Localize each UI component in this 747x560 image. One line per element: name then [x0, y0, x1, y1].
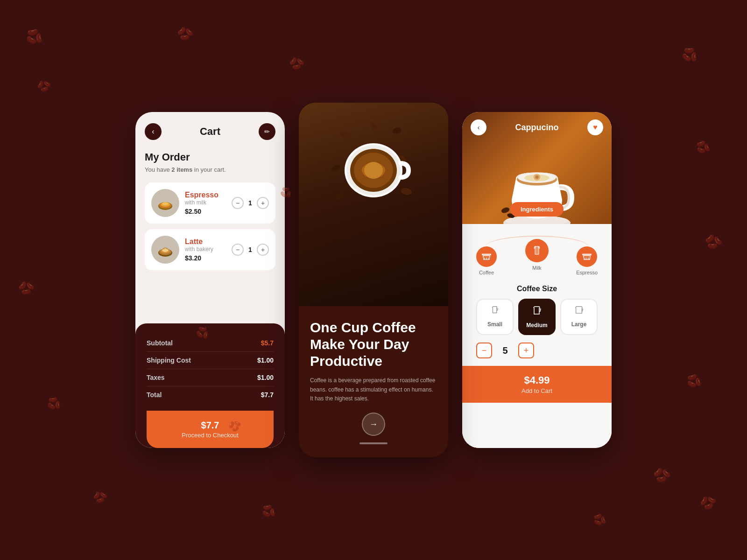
latte-image: [151, 236, 179, 264]
cart-header: ‹ Cart ✏: [145, 123, 275, 140]
latte-increment[interactable]: +: [257, 244, 269, 256]
size-title: Coffee Size: [472, 285, 602, 293]
svg-point-15: [335, 191, 347, 201]
cart-screen: ‹ Cart ✏ My Order You have 2 items in yo…: [135, 112, 285, 448]
latte-decrement[interactable]: −: [232, 244, 244, 256]
product-body: Coffee Milk Espresso Coffee Size: [462, 224, 612, 448]
cart-content: ‹ Cart ✏ My Order You have 2 items in yo…: [135, 112, 285, 323]
espresso-price: $2.50: [185, 208, 226, 215]
svg-point-13: [331, 164, 342, 172]
milk-label: Milk: [532, 265, 542, 271]
product-back-icon: ‹: [478, 124, 480, 131]
size-section: Coffee Size Small Medium: [472, 285, 602, 335]
svg-point-29: [500, 206, 510, 214]
back-button[interactable]: ‹: [145, 123, 162, 140]
shipping-label: Shipping Cost: [147, 357, 191, 364]
summary-subtotal: Subtotal $5.7: [147, 335, 274, 352]
svg-point-10: [339, 130, 352, 140]
edit-icon: ✏: [264, 128, 270, 135]
cart-summary: Subtotal $5.7 Shipping Cost $1.00 Taxes …: [135, 323, 285, 448]
espresso-name: Espresso: [185, 191, 226, 199]
quantity-decrement[interactable]: −: [476, 343, 492, 358]
taxes-label: Taxes: [147, 374, 165, 381]
total-value: $7.7: [261, 391, 274, 399]
checkout-button[interactable]: $7.7 Proceed to Checkout: [147, 411, 274, 448]
latte-qty-value: 1: [247, 246, 253, 253]
latte-name: Latte: [185, 238, 226, 246]
large-cup-icon: [574, 305, 584, 318]
espresso-image: [151, 189, 179, 217]
add-price: $4.99: [524, 374, 550, 386]
svg-point-28: [535, 175, 538, 179]
espresso-decrement[interactable]: −: [232, 197, 244, 209]
ingredients-tab-button[interactable]: Ingredients: [510, 202, 564, 217]
latte-info: Latte with bakery $3.20: [185, 238, 226, 262]
cart-item-latte: Latte with bakery $3.20 − 1 +: [145, 229, 275, 270]
add-to-cart-label: Add to Cart: [521, 387, 552, 394]
product-hero: ‹ Cappucino ♥: [462, 112, 612, 224]
summary-total: Total $7.7: [147, 386, 274, 403]
latte-qty: − 1 +: [232, 244, 269, 256]
milk-icon: [525, 239, 549, 262]
product-header: ‹ Cappucino ♥: [462, 112, 612, 143]
ingredients-tab-label: Ingredients: [521, 206, 553, 213]
latte-price: $3.20: [185, 254, 226, 262]
ingredients-arc: Coffee Milk Espresso: [472, 233, 602, 275]
heart-icon: ♥: [593, 123, 598, 132]
screens-container: ‹ Cart ✏ My Order You have 2 items in yo…: [0, 0, 747, 560]
espresso-qty-value: 1: [247, 199, 253, 207]
edit-button[interactable]: ✏: [259, 123, 275, 140]
size-options: Small Medium Large: [472, 299, 602, 335]
bean-decoration-5: 🫘: [695, 139, 712, 155]
coffee-cup-svg: [327, 121, 420, 215]
middle-cta-button[interactable]: →: [362, 413, 385, 436]
size-large[interactable]: Large: [560, 299, 598, 335]
middle-description: Coffee is a beverage prepared from roast…: [310, 376, 437, 403]
middle-hero: [299, 103, 448, 306]
quantity-section: − 5 +: [472, 343, 602, 358]
coffee-label: Coffee: [479, 270, 494, 275]
size-small[interactable]: Small: [476, 299, 514, 335]
medium-cup-icon: [531, 305, 543, 319]
cart-title: Cart: [200, 126, 220, 138]
middle-tagline: One Cup Coffee Make Your Day Productive: [310, 319, 437, 370]
subtitle-suffix: in your cart.: [192, 166, 226, 173]
quantity-value: 5: [500, 345, 511, 356]
summary-taxes: Taxes $1.00: [147, 369, 274, 386]
order-subtitle: You have 2 items in your cart.: [145, 166, 275, 173]
product-back-button[interactable]: ‹: [471, 119, 486, 135]
scroll-indicator: [359, 442, 388, 444]
subtitle-prefix: You have: [145, 166, 171, 173]
shipping-value: $1.00: [257, 357, 274, 364]
espresso-increment[interactable]: +: [257, 197, 269, 209]
cta-icon: →: [369, 420, 378, 429]
cart-item-espresso: Espresso with milk $2.50 − 1 +: [145, 182, 275, 224]
large-label: Large: [571, 321, 587, 328]
subtotal-value: $5.7: [261, 339, 274, 347]
latte-desc: with bakery: [185, 246, 226, 252]
small-label: Small: [487, 321, 502, 328]
svg-point-9: [162, 249, 168, 252]
size-medium[interactable]: Medium: [518, 299, 556, 335]
product-name-header: Cappucino: [515, 123, 559, 133]
quantity-increment[interactable]: +: [518, 343, 534, 358]
svg-point-11: [392, 127, 402, 135]
espresso-qty: − 1 +: [232, 197, 269, 209]
back-icon: ‹: [152, 127, 154, 136]
medium-label: Medium: [526, 322, 547, 329]
small-cup-icon: [490, 305, 500, 318]
favorite-button[interactable]: ♥: [587, 119, 603, 135]
middle-screen: One Cup Coffee Make Your Day Productive …: [299, 103, 448, 457]
total-label: Total: [147, 391, 162, 399]
espresso-label: Espresso: [576, 270, 598, 275]
espresso-desc: with milk: [185, 199, 226, 206]
svg-point-16: [369, 121, 378, 130]
svg-point-14: [400, 187, 412, 196]
subtotal-label: Subtotal: [147, 339, 173, 347]
item-count: 2 items: [171, 166, 192, 173]
taxes-value: $1.00: [257, 374, 274, 381]
svg-point-4: [162, 202, 168, 205]
middle-content: One Cup Coffee Make Your Day Productive …: [299, 306, 448, 457]
order-title: My Order: [145, 151, 275, 163]
add-to-cart-section[interactable]: $4.99 Add to Cart: [462, 366, 612, 403]
